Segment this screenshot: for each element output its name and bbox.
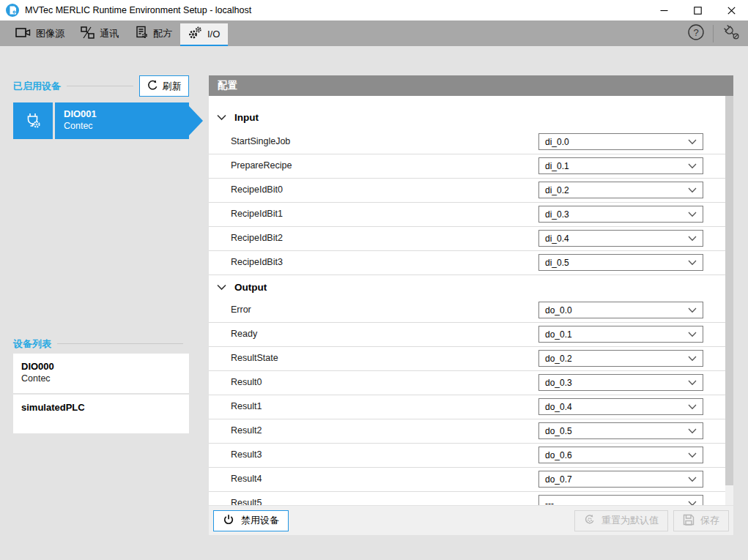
disconnect-plug-icon[interactable] (722, 23, 741, 44)
device-list-item-dio000[interactable]: DIO000 Contec (13, 354, 189, 393)
signal-label: Result5 (231, 492, 262, 505)
chevron-down-icon (688, 402, 697, 412)
chevron-down-icon (688, 426, 697, 436)
device-list-label: 设备列表 (13, 337, 51, 351)
footer-right-buttons: 重置为默认值 保存 (574, 510, 729, 531)
chevron-down-icon (688, 258, 697, 268)
svg-text:?: ? (693, 26, 698, 37)
signal-label: RecipeIdBit2 (231, 227, 283, 250)
tab-image-source[interactable]: 图像源 (7, 20, 73, 46)
config-row: ResultState do_0.2 (209, 347, 725, 371)
config-row: Result2 do_0.5 (209, 419, 725, 444)
footer-bar: 禁用设备 重置为默认值 保存 (209, 506, 733, 535)
close-button[interactable] (714, 0, 748, 20)
minimize-button[interactable] (647, 0, 681, 20)
section-header-output[interactable]: Output (209, 275, 725, 299)
config-panel-body: Input StartSingleJob di_0.0 PrepareRecip… (209, 96, 725, 505)
device-name: simulatedPLC (21, 402, 189, 413)
dropdown-value: di_0.0 (545, 137, 569, 147)
refresh-icon (147, 80, 158, 93)
config-row: RecipeIdBit3 di_0.5 (209, 251, 725, 275)
signal-dropdown[interactable]: --- (538, 495, 703, 505)
signal-dropdown[interactable]: do_0.0 (538, 302, 703, 318)
chevron-down-icon (217, 112, 226, 123)
save-label: 保存 (700, 514, 719, 527)
signal-dropdown[interactable]: di_0.0 (538, 133, 703, 150)
signal-dropdown[interactable]: di_0.4 (538, 230, 703, 247)
maximize-button[interactable] (681, 0, 714, 20)
signal-label: PrepareRecipe (231, 154, 292, 177)
signal-dropdown[interactable]: di_0.1 (538, 157, 703, 174)
chevron-down-icon (688, 474, 697, 485)
camera-icon (15, 27, 31, 40)
scrollbar-thumb[interactable] (725, 96, 733, 485)
refresh-button[interactable]: 刷新 (139, 75, 189, 97)
signal-label: StartSingleJob (231, 130, 290, 153)
config-row: Ready do_0.1 (209, 323, 725, 347)
toolbar-divider (713, 25, 714, 42)
signal-dropdown[interactable]: do_0.5 (538, 422, 703, 439)
tab-label: 通讯 (100, 27, 119, 40)
save-icon (683, 514, 695, 528)
chevron-down-icon (217, 282, 226, 293)
signal-dropdown[interactable]: do_0.3 (538, 374, 703, 391)
network-icon (81, 26, 95, 41)
signal-dropdown[interactable]: di_0.2 (538, 182, 703, 198)
dropdown-value: di_0.4 (545, 234, 569, 244)
main-toolbar: 图像源 通讯 配方 I/O ? (0, 20, 748, 46)
signal-dropdown[interactable]: do_0.2 (538, 350, 703, 367)
device-vendor: Contec (64, 121, 189, 131)
dropdown-value: do_0.2 (545, 354, 572, 364)
signal-label: RecipeIdBit1 (231, 203, 283, 225)
enabled-devices-header: 已启用设备 刷新 (13, 75, 189, 97)
tab-label: I/O (207, 29, 220, 40)
recipe-icon (135, 26, 148, 41)
tab-recipe[interactable]: 配方 (127, 20, 180, 46)
reset-defaults-button[interactable]: 重置为默认值 (574, 510, 668, 531)
chevron-down-icon (688, 305, 697, 316)
chevron-down-icon (688, 378, 697, 388)
disable-device-label: 禁用设备 (241, 514, 279, 527)
save-button[interactable]: 保存 (673, 510, 729, 531)
dropdown-value: di_0.1 (545, 161, 569, 171)
dropdown-value: di_0.3 (545, 209, 569, 220)
vertical-scrollbar[interactable] (725, 96, 733, 505)
window-controls (647, 0, 748, 20)
dropdown-value: do_0.4 (545, 402, 572, 412)
device-list-item-simulatedplc[interactable]: simulatedPLC (13, 395, 189, 433)
config-row: Result5 --- (209, 492, 725, 505)
help-icon[interactable]: ? (687, 23, 705, 44)
toolbar-right-icons: ? (687, 20, 748, 46)
tab-label: 图像源 (36, 27, 64, 40)
window-title: MVTec MERLIC Runtime Environment Setup -… (25, 5, 251, 15)
signal-label: Result4 (231, 468, 262, 490)
header-divider-line (67, 86, 133, 86)
device-vendor: Contec (21, 373, 189, 384)
signal-dropdown[interactable]: do_0.1 (538, 326, 703, 343)
config-title: 配置 (218, 79, 237, 92)
signal-label: Ready (231, 323, 257, 346)
chevron-down-icon (688, 161, 697, 171)
config-row: RecipeIdBit0 di_0.2 (209, 179, 725, 203)
tab-communication[interactable]: 通讯 (73, 20, 127, 46)
disable-device-button[interactable]: 禁用设备 (213, 510, 289, 531)
gears-icon (188, 26, 202, 42)
app-window: MVTec MERLIC Runtime Environment Setup -… (0, 0, 748, 560)
signal-dropdown[interactable]: do_0.7 (538, 471, 703, 488)
chevron-down-icon (688, 450, 697, 460)
signal-dropdown[interactable]: do_0.6 (538, 447, 703, 463)
tab-io[interactable]: I/O (180, 23, 228, 46)
section-header-input[interactable]: Input (209, 96, 725, 130)
enabled-devices-label: 已启用设备 (13, 80, 61, 93)
signal-dropdown[interactable]: di_0.3 (538, 206, 703, 223)
signal-dropdown[interactable]: di_0.5 (538, 254, 703, 271)
selected-device-dio001[interactable]: DIO001 Contec (13, 102, 189, 139)
config-row: PrepareRecipe di_0.1 (209, 154, 725, 179)
chevron-down-icon (688, 209, 697, 220)
chevron-down-icon (688, 234, 697, 244)
chevron-down-icon (688, 137, 697, 147)
chevron-down-icon (688, 185, 697, 195)
signal-dropdown[interactable]: do_0.4 (538, 398, 703, 415)
dropdown-value: do_0.7 (545, 474, 572, 485)
dropdown-value: di_0.2 (545, 185, 569, 195)
